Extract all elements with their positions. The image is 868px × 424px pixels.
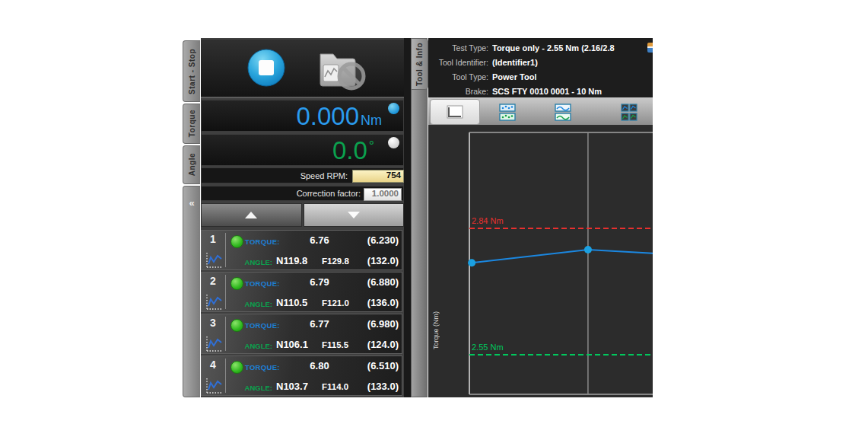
angle-row-label: ANGLE:	[232, 258, 272, 266]
stop-button[interactable]	[247, 49, 285, 87]
torque-chart: Torque (Nm) 2.84 Nm 2.55 Nm	[428, 126, 653, 397]
angle-n-value: N103.7	[276, 381, 308, 392]
row-index: 3	[202, 317, 224, 329]
torque-status-indicator-icon	[388, 103, 399, 114]
angle-row-label: ANGLE:	[232, 342, 272, 350]
speed-rpm-row: Speed RPM: 754	[201, 167, 404, 183]
curve-thumbnail-icon[interactable]	[204, 377, 224, 395]
speed-rpm-input[interactable]: 754	[352, 170, 404, 183]
row-index: 1	[202, 233, 224, 245]
angle-reference: (133.0)	[367, 381, 399, 392]
angle-unit: °	[369, 139, 374, 155]
tab-torque[interactable]: Torque	[183, 104, 200, 144]
angle-status-indicator-icon	[388, 137, 399, 148]
result-scroll-buttons	[201, 203, 404, 227]
angle-f-value: F115.5	[322, 340, 348, 349]
torque-measured: 6.77	[293, 318, 346, 330]
screenshot-canvas: Start - Stop Torque Angle «	[0, 0, 868, 424]
collapse-chevron-icon: «	[189, 197, 194, 209]
angle-value: 0.0	[332, 135, 367, 166]
chart-view-toolbar	[428, 97, 653, 126]
result-row-3[interactable]: 3 TORQUE: 6.77 (6.980) ANGLE: N106.1 F11…	[201, 314, 402, 354]
angle-f-value: F129.8	[322, 257, 349, 266]
upper-limit-label: 2.84 Nm	[472, 216, 504, 225]
lower-limit-label: 2.55 Nm	[472, 343, 504, 352]
correction-factor-row: Correction factor: 1.0000	[201, 186, 404, 201]
row-divider	[225, 359, 226, 393]
tool-type-value: Power Tool	[492, 72, 536, 81]
test-type-label: Test Type:	[428, 43, 488, 53]
curve-thumbnail-icon[interactable]	[204, 335, 224, 353]
torque-row-label: TORQUE:	[245, 321, 280, 330]
scroll-up-button[interactable]	[201, 203, 302, 227]
row-divider	[225, 317, 226, 351]
angle-n-value: N106.1	[276, 339, 308, 350]
torque-reference: (6.980)	[367, 318, 399, 330]
results-list: 1 TORQUE: 6.76 (6.230) ANGLE: N119.8 F12…	[201, 230, 404, 397]
row-divider	[225, 233, 226, 267]
torque-readout: 0.000 Nm	[296, 101, 382, 132]
result-ok-led-icon	[231, 319, 243, 332]
angle-readout-box: 0.0 °	[201, 134, 404, 166]
angle-readout: 0.0 °	[332, 135, 374, 166]
tab-torque-label: Torque	[188, 110, 196, 137]
row-index: 2	[202, 275, 224, 287]
angle-reference: (132.0)	[367, 255, 399, 266]
torque-measured: 6.79	[293, 276, 346, 288]
angle-f-value: F121.0	[322, 298, 349, 308]
curve-thumbnail-icon[interactable]	[204, 251, 224, 269]
tool-identifier-value: (Identifier1)	[492, 58, 538, 67]
sidebar-collapse-tab[interactable]: «	[183, 186, 200, 397]
torque-reference: (6.230)	[367, 234, 399, 246]
measurement-panel: 0.000 Nm 0.0 ° Speed RPM: 754 Correction…	[201, 38, 404, 397]
brake-value: SCS FTY 0010 0001 - 10 Nm	[492, 87, 602, 96]
chart-panel: Test Type: Torque only - 2.55 Nm (2.16/2…	[428, 38, 653, 397]
torque-value: 0.000	[296, 101, 359, 132]
dual-line-view-button[interactable]	[555, 104, 571, 120]
torque-row-label: TORQUE:	[245, 363, 280, 371]
info-line-brake: Brake: SCS FTY 0010 0001 - 10 Nm	[428, 84, 653, 98]
tool-info-header: Test Type: Torque only - 2.55 Nm (2.16/2…	[428, 38, 653, 97]
down-arrow-icon	[348, 212, 360, 218]
chart-svg	[428, 126, 653, 397]
dual-scatter-icon	[499, 104, 516, 121]
panel-splitter[interactable]	[411, 38, 428, 397]
speed-rpm-label: Speed RPM:	[202, 168, 348, 183]
dual-scatter-view-button[interactable]	[499, 104, 516, 120]
correction-factor-label: Correction factor:	[202, 186, 361, 200]
angle-row-label: ANGLE:	[232, 300, 272, 308]
torque-measured: 6.80	[293, 360, 346, 371]
single-chart-icon	[446, 104, 464, 120]
torque-test-app-window: Start - Stop Torque Angle «	[183, 38, 653, 397]
torque-row-label: TORQUE:	[245, 238, 280, 246]
angle-n-value: N110.5	[276, 297, 307, 308]
brake-label: Brake:	[428, 87, 488, 96]
clipped-edge-icon	[647, 43, 653, 53]
quad-view-button[interactable]	[621, 104, 637, 120]
curve-thumbnail-icon[interactable]	[204, 293, 224, 311]
torque-reference: (6.510)	[367, 360, 399, 371]
tab-start-stop[interactable]: Start - Stop	[183, 40, 200, 102]
correction-factor-input[interactable]: 1.0000	[364, 188, 402, 201]
result-ok-led-icon	[231, 235, 243, 248]
save-disabled-folder-icon[interactable]	[316, 45, 367, 92]
tab-tool-info[interactable]: Tool & Info	[411, 38, 428, 90]
scroll-down-button[interactable]	[304, 203, 405, 227]
single-view-button[interactable]	[430, 99, 480, 125]
angle-reference: (136.0)	[367, 297, 399, 308]
tab-tool-info-label: Tool & Info	[415, 43, 424, 86]
angle-reference: (124.0)	[367, 339, 399, 350]
result-row-1[interactable]: 1 TORQUE: 6.76 (6.230) ANGLE: N119.8 F12…	[201, 230, 402, 270]
up-arrow-icon	[245, 212, 257, 218]
tab-start-stop-label: Start - Stop	[188, 49, 196, 94]
tool-identifier-label: Tool Identifier:	[428, 58, 488, 67]
tab-angle[interactable]: Angle	[183, 145, 200, 184]
tab-angle-label: Angle	[188, 153, 196, 176]
row-index: 4	[202, 359, 224, 371]
quad-chart-icon	[621, 104, 637, 121]
result-row-4[interactable]: 4 TORQUE: 6.80 (6.510) ANGLE: N103.7 F11…	[201, 355, 402, 396]
angle-f-value: F114.0	[322, 382, 348, 391]
torque-readout-box: 0.000 Nm	[201, 100, 404, 132]
torque-reference: (6.880)	[367, 276, 399, 288]
result-row-2[interactable]: 2 TORQUE: 6.79 (6.880) ANGLE: N110.5 F12…	[201, 272, 402, 312]
